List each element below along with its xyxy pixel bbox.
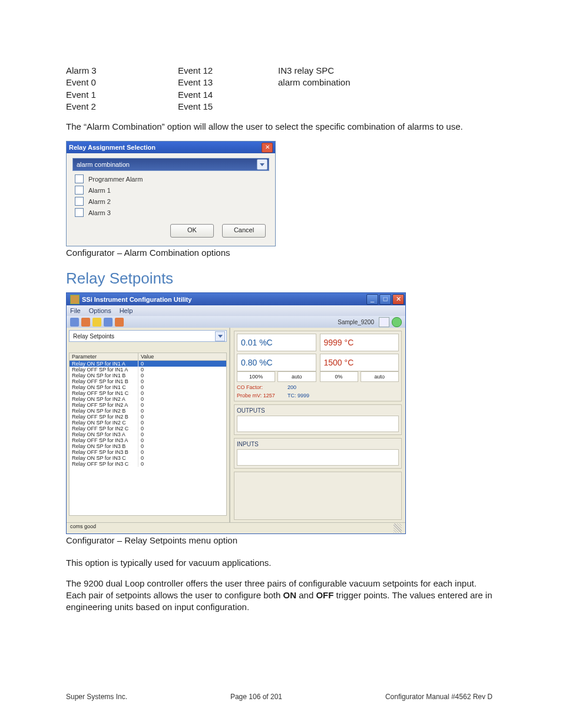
col1-item: Event 1 <box>66 89 178 101</box>
table-row[interactable]: Relay OFF SP for IN3 C0 <box>70 461 226 467</box>
checkbox-icon <box>75 186 84 195</box>
table-row[interactable]: Relay ON SP for IN2 B0 <box>70 408 226 414</box>
close-icon[interactable]: ✕ <box>392 294 404 305</box>
carbon-pv: 0.01 %C <box>241 338 312 347</box>
param-value: 0 <box>138 402 226 408</box>
resize-grip-icon[interactable] <box>394 523 402 533</box>
temp-pv: 9999 °C <box>324 338 395 347</box>
checkbox-programmer-alarm[interactable]: Programmer Alarm <box>75 174 269 183</box>
param-value: 0 <box>138 384 226 390</box>
minimize-icon[interactable]: _ <box>366 294 378 305</box>
param-value: 0 <box>138 420 226 426</box>
menu-bar: File Options Help <box>67 305 405 316</box>
sample-name: Sample_9200 <box>338 319 374 325</box>
checkbox-label: Alarm 3 <box>88 209 111 216</box>
param-name: Relay OFF SP for IN3 C <box>70 461 138 467</box>
col2-item: Event 15 <box>178 101 278 113</box>
param-name: Relay OFF SP for IN3 A <box>70 437 138 443</box>
table-row[interactable]: Relay ON SP for IN1 B0 <box>70 373 226 378</box>
output-right-pct: 0% <box>320 371 358 382</box>
param-name: Relay OFF SP for IN3 B <box>70 449 138 455</box>
param-name: Relay ON SP for IN2 A <box>70 396 138 402</box>
param-value: 0 <box>138 396 226 402</box>
menu-options[interactable]: Options <box>89 307 111 314</box>
menu-help[interactable]: Help <box>120 307 133 314</box>
ok-button[interactable]: OK <box>170 224 214 238</box>
table-row[interactable]: Relay OFF SP for IN2 B0 <box>70 414 226 420</box>
col2-item: Event 13 <box>178 77 278 88</box>
param-name: Relay OFF SP for IN1 C <box>70 390 138 396</box>
table-row[interactable]: Relay ON SP for IN2 C0 <box>70 420 226 426</box>
table-row[interactable]: Relay OFF SP for IN2 A0 <box>70 402 226 408</box>
chevron-down-icon[interactable] <box>215 331 225 341</box>
tc-value: TC: 9999 <box>287 393 309 398</box>
param-value: 0 <box>138 361 226 367</box>
param-value: 0 <box>138 408 226 414</box>
param-name: Relay ON SP for IN3 C <box>70 455 138 461</box>
toolbar-icon[interactable] <box>81 318 90 327</box>
table-row[interactable]: Relay OFF SP for IN1 A0 <box>70 367 226 373</box>
param-name: Relay ON SP for IN1 C <box>70 384 138 390</box>
figure-caption-1: Configurator – Alarm Combination options <box>66 248 492 258</box>
checkbox-alarm-3[interactable]: Alarm 3 <box>75 208 269 217</box>
paragraph-setpoints-desc: The 9200 dual Loop controller offers the… <box>66 578 492 614</box>
col1-item: Alarm 3 <box>66 65 178 77</box>
outputs-label: OUTPUTS <box>237 407 399 414</box>
param-name: Relay ON SP for IN2 C <box>70 420 138 426</box>
table-row[interactable]: Relay ON SP for IN3 B0 <box>70 443 226 449</box>
paragraph-alarm-combo: The “Alarm Combination” option will allo… <box>66 121 492 133</box>
table-row[interactable]: Relay ON SP for IN3 A0 <box>70 431 226 437</box>
param-name: Relay ON SP for IN2 B <box>70 408 138 414</box>
checkbox-icon <box>75 174 84 183</box>
table-row[interactable]: Relay OFF SP for IN3 B0 <box>70 449 226 455</box>
table-row[interactable]: Relay ON SP for IN2 A0 <box>70 396 226 402</box>
param-value: 0 <box>138 443 226 449</box>
parameter-grid[interactable]: Parameter Value Relay ON SP for IN1 A0Re… <box>69 353 227 516</box>
chevron-down-icon[interactable] <box>257 159 267 170</box>
table-row[interactable]: Relay OFF SP for IN3 A0 <box>70 437 226 443</box>
maximize-icon[interactable]: □ <box>379 294 391 305</box>
toolbar-icon[interactable] <box>92 318 101 327</box>
param-value: 0 <box>138 426 226 431</box>
toolbar-icon[interactable] <box>115 318 124 327</box>
param-name: Relay OFF SP for IN1 A <box>70 367 138 373</box>
figure-caption-2: Configurator – Relay Setpoints menu opti… <box>66 535 492 545</box>
dialog-title: Relay Assignment Selection <box>69 144 262 151</box>
footer-right: Configurator Manual #4562 Rev D <box>385 693 492 701</box>
close-icon[interactable]: ✕ <box>262 143 273 153</box>
checkbox-icon <box>75 197 84 206</box>
checkbox-alarm-2[interactable]: Alarm 2 <box>75 197 269 206</box>
table-row[interactable]: Relay ON SP for IN1 C0 <box>70 384 226 390</box>
dropdown-value: Relay Setpoints <box>73 333 215 340</box>
param-value: 0 <box>138 455 226 461</box>
toolbar-icon[interactable] <box>70 318 79 327</box>
param-value: 0 <box>138 378 226 384</box>
refresh-icon[interactable] <box>392 317 402 327</box>
checkbox-label: Alarm 1 <box>88 187 111 194</box>
carbon-sp: 0.80 %C <box>241 358 312 367</box>
table-row[interactable]: Relay ON SP for IN1 A0 <box>70 361 226 367</box>
page-footer: Super Systems Inc. Page 106 of 201 Confi… <box>66 693 492 701</box>
spinner-icon[interactable] <box>379 317 389 327</box>
ssi-config-window: SSi Instrument Configuration Utility _ □… <box>66 292 406 534</box>
checkbox-alarm-1[interactable]: Alarm 1 <box>75 186 269 195</box>
footer-left: Super Systems Inc. <box>66 693 127 701</box>
text: and <box>296 590 316 600</box>
col1-item: Event 2 <box>66 101 178 113</box>
menu-file[interactable]: File <box>70 307 81 314</box>
toolbar-icon[interactable] <box>104 318 113 327</box>
readout-panel: 0.01 %C 9999 °C 0.80 %C 1500 °C 100% aut… <box>234 331 402 401</box>
param-value: 0 <box>138 367 226 373</box>
table-row[interactable]: Relay OFF SP for IN1 B0 <box>70 378 226 384</box>
blank-panel <box>234 472 402 520</box>
co-factor-value: 200 <box>287 384 296 390</box>
cancel-button[interactable]: Cancel <box>222 224 266 238</box>
table-row[interactable]: Relay ON SP for IN3 C0 <box>70 455 226 461</box>
outputs-panel: OUTPUTS <box>234 404 402 435</box>
table-row[interactable]: Relay OFF SP for IN2 C0 <box>70 426 226 431</box>
menu-dropdown[interactable]: Relay Setpoints <box>69 330 227 342</box>
checkbox-icon <box>75 208 84 217</box>
param-name: Relay OFF SP for IN2 C <box>70 426 138 431</box>
alarm-combo-dropdown[interactable]: alarm combination <box>72 158 269 171</box>
table-row[interactable]: Relay OFF SP for IN1 C0 <box>70 390 226 396</box>
